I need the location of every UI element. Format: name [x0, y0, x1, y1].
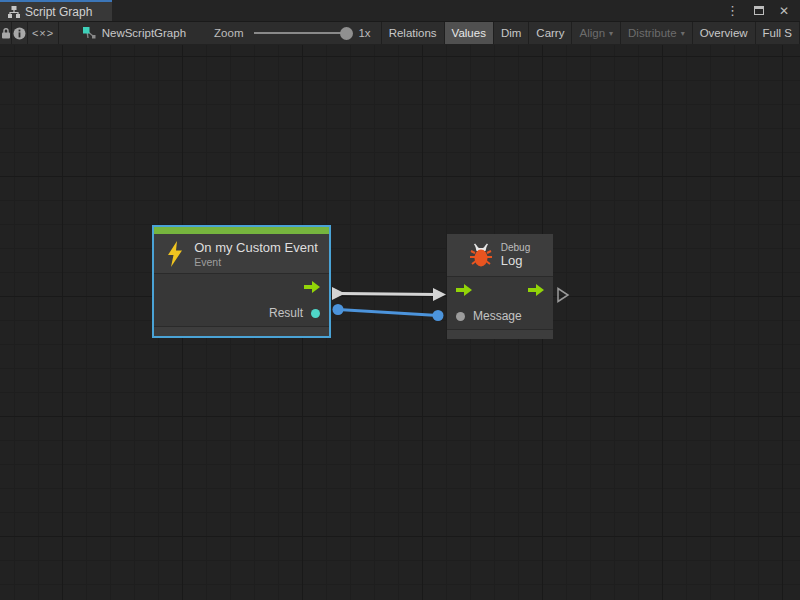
toolbar-button-distribute[interactable]: Distribute ▾ [621, 22, 693, 44]
tab-script-graph[interactable]: Script Graph [0, 0, 112, 21]
graph-toolbar: <×> NewScriptGraph Zoom 1x Relations Val… [0, 22, 800, 44]
value-connection[interactable] [333, 304, 444, 321]
node-title: Log [501, 253, 523, 268]
toolbar-button-carry[interactable]: Carry [529, 22, 572, 44]
bug-icon [470, 243, 492, 267]
lightning-icon [165, 241, 185, 267]
node-header[interactable]: Debug Log [447, 234, 553, 276]
more-icon[interactable]: ⋮ [726, 4, 739, 17]
trigger-output-port[interactable] [154, 274, 329, 300]
toolbar-button-align[interactable]: Align ▾ [572, 22, 621, 44]
zoom-control: Zoom 1x [214, 22, 371, 44]
chevron-down-icon: ▾ [609, 29, 613, 38]
trigger-ports-row [447, 277, 553, 303]
tab-title: Script Graph [25, 5, 92, 19]
node-footer [154, 326, 329, 336]
flow-connection[interactable] [332, 287, 446, 301]
close-icon[interactable]: ✕ [779, 5, 789, 17]
value-port-dot-icon[interactable] [311, 309, 320, 318]
lock-button[interactable] [0, 22, 12, 44]
window-controls: ⋮ ✕ [726, 0, 800, 21]
result-output-port[interactable]: Result [154, 300, 329, 326]
port-label: Message [473, 309, 522, 323]
inspect-button[interactable] [12, 22, 28, 44]
flow-input-arrow-icon[interactable] [456, 284, 472, 296]
value-connection-start-dot [333, 304, 344, 315]
toolbar-button-overview[interactable]: Overview [693, 22, 756, 44]
node-title: On my Custom Event [194, 240, 318, 255]
flow-arrow-icon [304, 281, 320, 293]
graph-canvas[interactable]: On my Custom Event Event Result [0, 45, 800, 600]
message-input-port[interactable]: Message [447, 303, 553, 329]
maximize-icon[interactable] [754, 6, 764, 15]
toolbar-button-relations[interactable]: Relations [382, 22, 445, 44]
port-label: Result [269, 306, 303, 320]
toolbar-button-dim[interactable]: Dim [494, 22, 529, 44]
flow-arrow-end [433, 288, 446, 301]
graph-name: NewScriptGraph [102, 27, 186, 39]
graph-breadcrumb[interactable]: NewScriptGraph [59, 22, 186, 44]
graph-asset-icon [83, 27, 96, 40]
chevron-down-icon: ▾ [681, 29, 685, 38]
node-category: Debug [501, 242, 530, 253]
value-connection-end-dot [433, 310, 444, 321]
node-debug-log[interactable]: Debug Log Message [447, 234, 553, 339]
zoom-slider-handle[interactable] [340, 27, 353, 40]
node-on-my-custom-event[interactable]: On my Custom Event Event Result [152, 225, 331, 338]
flow-arrow-start [332, 287, 345, 300]
node-header[interactable]: On my Custom Event Event [154, 234, 329, 273]
script-graph-icon [8, 6, 20, 18]
zoom-slider[interactable] [254, 32, 346, 34]
toolbar-button-group: Relations Values Dim Carry Align ▾ Distr… [381, 22, 800, 44]
script-graph-window: Script Graph ⋮ ✕ <×> [0, 0, 800, 600]
info-icon [13, 27, 26, 40]
lock-icon [1, 27, 11, 39]
flow-output-arrow-icon[interactable] [528, 284, 544, 296]
value-port-dot-icon[interactable] [456, 312, 465, 321]
angle-brackets-x-icon: <×> [32, 27, 54, 39]
toolbar-button-full-screen[interactable]: Full S [756, 22, 800, 44]
zoom-label: Zoom [214, 27, 243, 39]
edit-source-button[interactable]: <×> [28, 22, 58, 44]
connection-layer [0, 45, 800, 600]
tab-bar: Script Graph ⋮ ✕ [0, 0, 800, 22]
toolbar-button-values[interactable]: Values [445, 22, 494, 44]
unconnected-flow-port-icon[interactable] [558, 289, 568, 302]
node-subtitle: Event [194, 256, 221, 268]
event-accent-bar [154, 227, 329, 234]
zoom-value: 1x [358, 27, 370, 39]
node-footer [447, 329, 553, 339]
